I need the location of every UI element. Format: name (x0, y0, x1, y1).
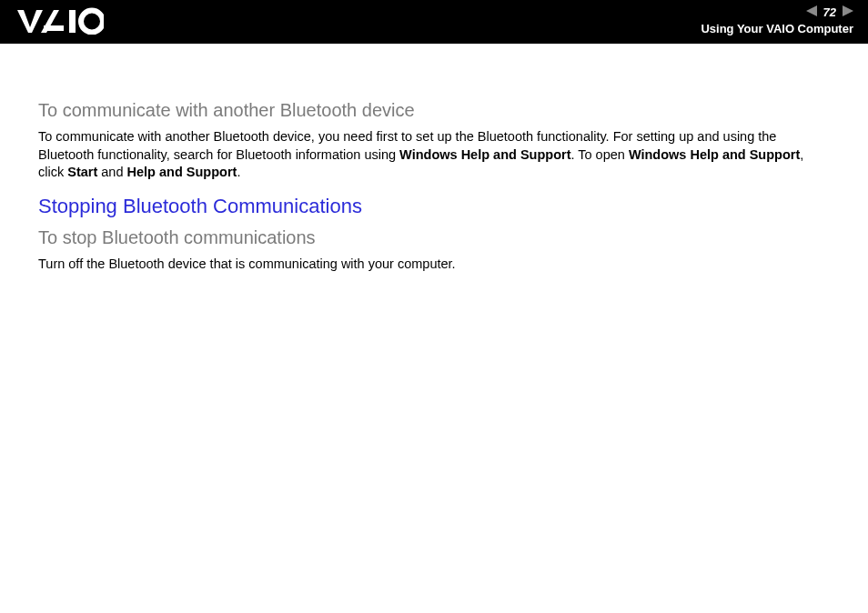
prev-page-arrow-icon[interactable] (806, 4, 819, 20)
next-page-arrow-icon[interactable] (841, 4, 853, 20)
subheading-stop: To stop Bluetooth communications (38, 227, 826, 248)
bold-text: Start (67, 165, 97, 179)
svg-rect-1 (69, 10, 76, 33)
page-number: 72 (821, 5, 839, 19)
text: . To open (570, 147, 628, 162)
vaio-logo (16, 7, 104, 38)
text: . (237, 165, 240, 179)
subheading-communicate: To communicate with another Bluetooth de… (38, 100, 826, 121)
heading-stopping: Stopping Bluetooth Communications (38, 195, 826, 218)
bold-text: Help and Support (127, 165, 237, 179)
page-content: To communicate with another Bluetooth de… (0, 44, 868, 273)
paragraph-stop: Turn off the Bluetooth device that is co… (38, 256, 826, 274)
bold-text: Windows Help and Support (629, 147, 800, 162)
svg-rect-0 (44, 25, 64, 31)
svg-point-2 (81, 11, 103, 33)
text: and (97, 165, 126, 179)
bold-text: Windows Help and Support (399, 147, 570, 162)
paragraph-communicate: To communicate with another Bluetooth de… (38, 128, 826, 182)
header-nav: 72 Using Your VAIO Computer (701, 4, 853, 35)
page-header: 72 Using Your VAIO Computer (0, 0, 868, 44)
section-title: Using Your VAIO Computer (701, 22, 853, 35)
